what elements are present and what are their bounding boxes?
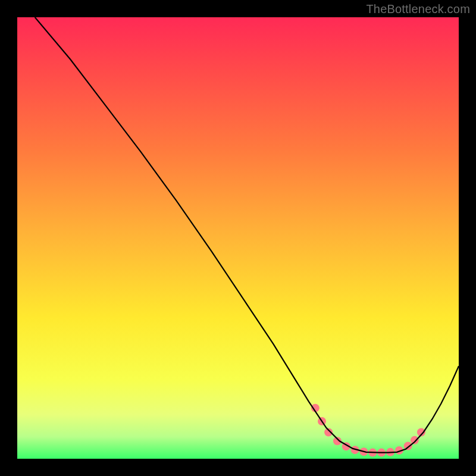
watermark-text: TheBottleneck.com (366, 2, 470, 16)
marker-dot (411, 436, 419, 444)
chart-container: TheBottleneck.com (0, 0, 476, 476)
curve-line (35, 17, 459, 453)
plot-area (17, 17, 459, 459)
chart-svg (17, 17, 459, 459)
